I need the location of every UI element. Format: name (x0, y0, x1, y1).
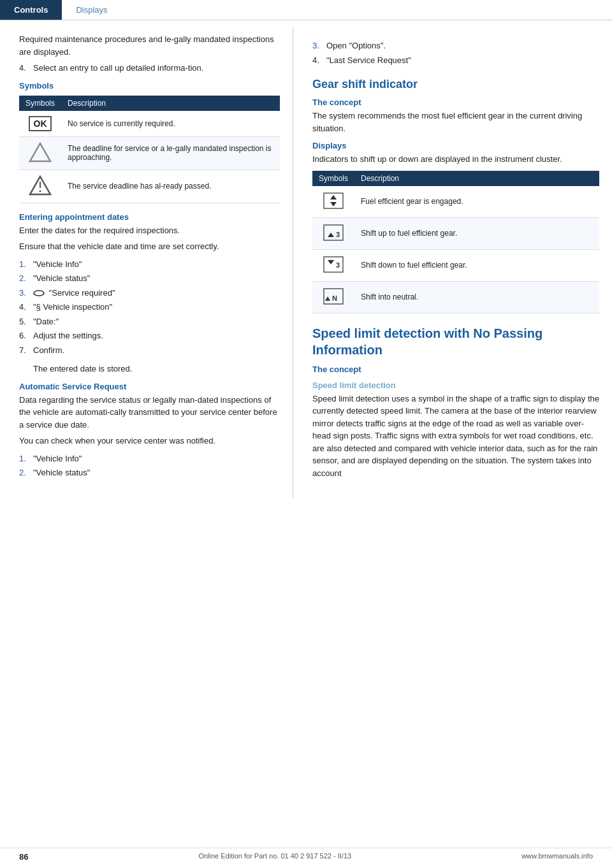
auto-step-4-text: "Last Service Request" (326, 54, 411, 67)
gear-desc-2: Shift up to fuel efficient gear. (354, 217, 599, 249)
auto-p2: You can check when your service center w… (19, 435, 280, 447)
gear-table: Symbols Description Fuel efficient gear … (312, 171, 599, 314)
auto-step-3: 3. Open "Options". (312, 40, 599, 52)
auto-step-1: 1. "Vehicle Info" (19, 452, 280, 465)
auto-step-2-text: "Vehicle status" (33, 467, 90, 479)
svg-rect-13 (324, 257, 343, 272)
table-row: N Shift into neutral. (312, 281, 599, 313)
sym-cell-tri2 (19, 170, 61, 203)
entering-step-7: 7. Confirm. (19, 344, 280, 357)
gear-col1: Symbols (312, 171, 354, 186)
gear-col2: Description (354, 171, 599, 186)
speed-detection-text: Speed limit detection uses a symbol in t… (312, 393, 599, 480)
speed-detection-heading: Speed limit detection (312, 380, 599, 390)
entering-step-3: 3. "Service required" (19, 287, 280, 300)
gear-sym-3: 3 (312, 249, 354, 281)
svg-marker-17 (325, 296, 330, 301)
step-6-text: Adjust the settings. (33, 329, 103, 342)
triangle-warn-icon (29, 175, 52, 196)
table-row: The service deadline has al-ready passed… (19, 170, 280, 203)
left-column: Required maintenance procedures and le-g… (0, 27, 293, 498)
watermark-text: www.bmwmanuals.info (521, 852, 593, 862)
num-4: 4. (19, 62, 29, 75)
auto-step-3-text: Open "Options". (326, 40, 386, 52)
svg-marker-0 (30, 143, 50, 161)
symbols-table: Symbols Description OK No service is cur… (19, 96, 280, 203)
edition-text: Online Edition for Part no. 01 40 2 917 … (198, 852, 351, 862)
entering-steps: 1. "Vehicle Info" 2. "Vehicle status" 3.… (19, 258, 280, 357)
ok-icon: OK (29, 116, 52, 131)
entering-step-2: 2. "Vehicle status" (19, 272, 280, 285)
table-row: The deadline for service or a le-gally m… (19, 136, 280, 170)
sym-col2: Description (61, 96, 280, 111)
svg-point-4 (34, 291, 44, 296)
auto-step-1-text: "Vehicle Info" (33, 452, 82, 465)
gear-shift-heading: Gear shift indicator (312, 78, 599, 91)
entering-step-6: 6. Adjust the settings. (19, 329, 280, 342)
table-row: Fuel efficient gear is engaged. (312, 186, 599, 218)
sym-col1: Symbols (19, 96, 61, 111)
sym-cell-tri1 (19, 136, 61, 170)
step-3-icon: "Service required" (33, 287, 115, 300)
entering-step-5: 5. "Date:" (19, 315, 280, 328)
intro-text-1: Required maintenance procedures and le-g… (19, 33, 280, 58)
gear-desc-4: Shift into neutral. (354, 281, 599, 313)
gear-concept-text: The system recommends the most fuel effi… (312, 110, 599, 134)
entering-step-1: 1. "Vehicle Info" (19, 258, 280, 271)
auto-p1: Data regarding the service status or leg… (19, 394, 280, 431)
page-number: 86 (19, 852, 28, 862)
item-4-text: Select an entry to call up detailed info… (33, 62, 203, 75)
tab-displays[interactable]: Displays (62, 0, 121, 20)
sym-desc-tri2: The service deadline has al-ready passed… (61, 170, 280, 203)
svg-marker-14 (328, 260, 334, 264)
speed-concept-heading: The concept (312, 365, 599, 374)
step-5-text: "Date:" (33, 315, 59, 328)
speed-limit-heading: Speed limit detection with No Passing In… (312, 325, 599, 358)
svg-rect-10 (324, 225, 343, 240)
svg-text:3: 3 (336, 261, 340, 269)
triangle-icon (29, 142, 52, 163)
step-4-text: "§ Vehicle inspection" (33, 301, 112, 314)
arrow-n-icon: N (322, 287, 345, 306)
symbols-heading: Symbols (19, 81, 280, 90)
auto-step-2: 2. "Vehicle status" (19, 467, 280, 479)
list-item-4: 4. Select an entry to call up detailed i… (19, 62, 280, 75)
main-content: Required maintenance procedures and le-g… (0, 20, 612, 498)
sym-desc-tri1: The deadline for service or a le-gally m… (61, 136, 280, 170)
auto-steps-continued: 3. Open "Options". 4. "Last Service Requ… (312, 40, 599, 66)
svg-text:3: 3 (336, 231, 340, 238)
gear-concept-heading: The concept (312, 98, 599, 107)
svg-marker-8 (330, 195, 337, 199)
tab-controls[interactable]: Controls (0, 0, 62, 20)
arrows-updown-icon (322, 191, 345, 210)
arrow-dn-3-icon: 3 (322, 255, 345, 274)
gear-sym-4: N (312, 281, 354, 313)
svg-point-3 (40, 190, 41, 192)
right-column: 3. Open "Options". 4. "Last Service Requ… (293, 27, 612, 498)
entering-p2: Ensure that the vehicle date and time ar… (19, 240, 280, 253)
entering-step-4: 4. "§ Vehicle inspection" (19, 301, 280, 314)
header-tabs: Controls Displays (0, 0, 612, 20)
step-2-text: "Vehicle status" (33, 272, 90, 285)
step-7-text: Confirm. (33, 344, 64, 357)
sym-desc-ok: No service is currently required. (61, 111, 280, 137)
gear-desc-1: Fuel efficient gear is engaged. (354, 186, 599, 218)
gear-desc-3: Shift down to fuel efficient gear. (354, 249, 599, 281)
gear-sym-1 (312, 186, 354, 218)
service-icon (33, 289, 45, 297)
table-row: OK No service is currently required. (19, 111, 280, 137)
entering-heading: Entering appointment dates (19, 212, 280, 222)
table-row: 3 Shift up to fuel efficient gear. (312, 217, 599, 249)
auto-heading: Automatic Service Request (19, 382, 280, 391)
svg-marker-9 (330, 202, 337, 206)
arrow-up-3-icon: 3 (322, 223, 345, 242)
gear-sym-2: 3 (312, 217, 354, 249)
gear-displays-text: Indicators to shift up or down are displ… (312, 153, 599, 166)
intro-list: 4. Select an entry to call up detailed i… (19, 62, 280, 75)
entering-note: The entered date is stored. (19, 363, 280, 375)
step-1-text: "Vehicle Info" (33, 258, 82, 271)
auto-step-4: 4. "Last Service Request" (312, 54, 599, 67)
table-row: 3 Shift down to fuel efficient gear. (312, 249, 599, 281)
auto-steps: 1. "Vehicle Info" 2. "Vehicle status" (19, 452, 280, 479)
svg-text:N: N (332, 294, 337, 302)
